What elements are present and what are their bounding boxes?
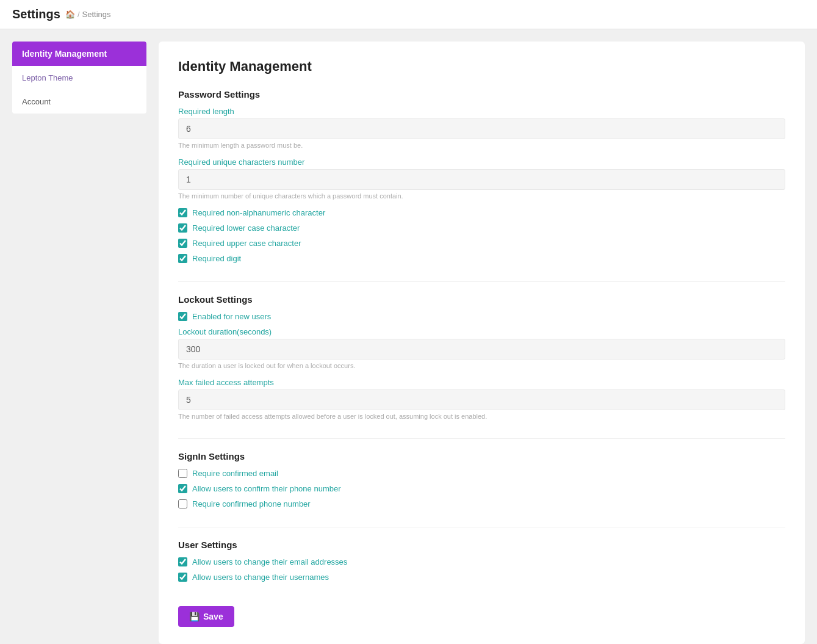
required-unique-hint: The minimum number of unique characters … [178, 192, 785, 200]
top-bar: Settings 🏠 / Settings [0, 0, 817, 29]
required-unique-field: Required unique characters number The mi… [178, 157, 785, 200]
lockout-duration-hint: The duration a user is locked out for wh… [178, 362, 785, 369]
password-settings-section: Password Settings Required length The mi… [178, 89, 785, 263]
sidebar-item-identity-management[interactable]: Identity Management [12, 42, 146, 66]
checkbox-enabled-new-users[interactable]: Enabled for new users [178, 312, 785, 321]
max-attempts-input[interactable] [178, 389, 785, 410]
required-unique-label: Required unique characters number [178, 157, 785, 167]
required-unique-input[interactable] [178, 169, 785, 190]
divider-3 [178, 527, 785, 527]
lockout-settings-section: Lockout Settings Enabled for new users L… [178, 294, 785, 420]
required-length-hint: The minimum length a password must be. [178, 142, 785, 149]
layout: Identity Management Lepton Theme Account… [0, 29, 817, 644]
signin-settings-title: SignIn Settings [178, 451, 785, 461]
user-settings-title: User Settings [178, 540, 785, 550]
checkbox-require-confirmed-email[interactable]: Require confirmed email [178, 469, 785, 478]
lockout-duration-input[interactable] [178, 339, 785, 360]
checkbox-allow-change-email[interactable]: Allow users to change their email addres… [178, 557, 785, 566]
breadcrumb-home-icon: 🏠 [65, 10, 75, 19]
required-length-label: Required length [178, 107, 785, 116]
checkbox-lower-case[interactable]: Required lower case character [178, 223, 785, 233]
max-attempts-label: Max failed access attempts [178, 378, 785, 387]
checkbox-allow-confirm-phone[interactable]: Allow users to confirm their phone numbe… [178, 484, 785, 493]
page-header-title: Settings [12, 7, 60, 21]
sidebar: Identity Management Lepton Theme Account [12, 42, 146, 114]
save-icon: 💾 [189, 612, 200, 621]
checkbox-require-confirmed-phone[interactable]: Require confirmed phone number [178, 499, 785, 508]
checkbox-digit[interactable]: Required digit [178, 254, 785, 263]
lockout-settings-title: Lockout Settings [178, 294, 785, 305]
divider-2 [178, 438, 785, 439]
user-settings-section: User Settings Allow users to change thei… [178, 540, 785, 582]
breadcrumb-current: Settings [82, 10, 111, 19]
password-settings-title: Password Settings [178, 89, 785, 99]
lockout-duration-field: Lockout duration(seconds) The duration a… [178, 327, 785, 369]
breadcrumb-separator: / [77, 10, 80, 19]
breadcrumb: 🏠 / Settings [65, 10, 111, 19]
required-length-field: Required length The minimum length a pas… [178, 107, 785, 149]
checkbox-non-alphanumeric[interactable]: Required non-alphanumeric character [178, 208, 785, 217]
required-length-input[interactable] [178, 118, 785, 139]
max-attempts-field: Max failed access attempts The number of… [178, 378, 785, 420]
page-title: Identity Management [178, 59, 785, 74]
main-content: Identity Management Password Settings Re… [159, 42, 805, 644]
lockout-duration-label: Lockout duration(seconds) [178, 327, 785, 336]
save-button[interactable]: 💾 Save [178, 606, 234, 627]
max-attempts-hint: The number of failed access attempts all… [178, 413, 785, 420]
checkbox-upper-case[interactable]: Required upper case character [178, 239, 785, 248]
checkbox-allow-change-username[interactable]: Allow users to change their usernames [178, 573, 785, 582]
divider-1 [178, 281, 785, 282]
sidebar-item-account[interactable]: Account [12, 90, 146, 114]
signin-settings-section: SignIn Settings Require confirmed email … [178, 451, 785, 508]
sidebar-item-lepton-theme[interactable]: Lepton Theme [12, 66, 146, 90]
